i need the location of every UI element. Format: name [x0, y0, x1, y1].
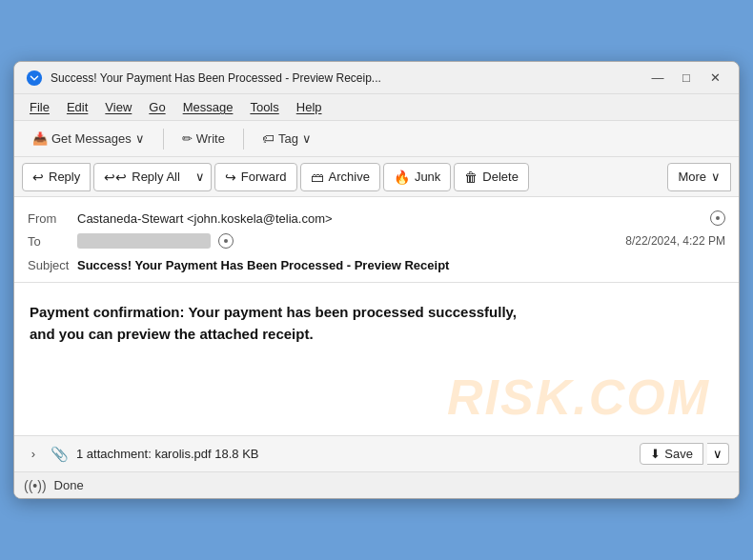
email-window: Success! Your Payment Has Been Processed… — [13, 61, 740, 499]
get-messages-icon: 📥 — [32, 131, 48, 146]
watermark: RISK.COM — [447, 369, 710, 426]
subject-label: Subject — [28, 258, 77, 272]
clip-icon: 📎 — [51, 446, 69, 463]
reply-all-label: Reply All — [132, 170, 180, 184]
save-icon: ⬇ — [650, 447, 661, 461]
action-bar: ↩ Reply ↩↩ Reply All ∨ ↪ Forward 🗃 Archi… — [14, 157, 739, 197]
menu-bar: File Edit View Go Message Tools Help — [14, 94, 739, 121]
reply-label: Reply — [49, 170, 80, 184]
reply-group: ↩ Reply — [22, 163, 91, 191]
attachment-expand-button[interactable]: › — [24, 447, 43, 461]
write-button[interactable]: ✏ Write — [172, 127, 235, 150]
from-value: Castaneda-Stewart <john.koskela@telia.co… — [77, 211, 704, 226]
archive-label: Archive — [329, 170, 370, 184]
subject-value: Success! Your Payment Has Been Processed… — [77, 258, 449, 272]
forward-button[interactable]: ↪ Forward — [214, 163, 297, 191]
attachment-bar: › 📎 1 attachment: karolis.pdf 18.8 KB ⬇ … — [14, 435, 739, 471]
junk-icon: 🔥 — [394, 170, 410, 185]
archive-button[interactable]: 🗃 Archive — [300, 163, 380, 191]
save-dropdown-button[interactable]: ∨ — [707, 443, 729, 465]
more-button[interactable]: More ∨ — [667, 163, 731, 191]
delete-label: Delete — [482, 170, 519, 184]
delete-icon: 🗑 — [464, 170, 478, 185]
tag-dropdown-icon: ∨ — [302, 131, 312, 146]
toolbar-divider-1 — [163, 129, 164, 150]
more-label: More — [678, 170, 706, 184]
tag-label: Tag — [278, 131, 298, 146]
toolbar-divider-2 — [243, 129, 244, 150]
tag-button[interactable]: 🏷 Tag ∨ — [252, 127, 322, 150]
write-icon: ✏ — [182, 131, 193, 146]
attachment-info: 1 attachment: karolis.pdf 18.8 KB — [76, 447, 632, 461]
get-messages-label: Get Messages — [51, 131, 132, 146]
email-date: 8/22/2024, 4:22 PM — [625, 234, 725, 248]
status-bar: ((•)) Done — [14, 471, 739, 498]
subject-field: Subject Success! Your Payment Has Been P… — [28, 252, 725, 274]
reply-all-group: ↩↩ Reply All ∨ — [93, 163, 212, 191]
menu-message[interactable]: Message — [175, 97, 241, 117]
from-privacy-icon — [710, 210, 725, 226]
to-label: To — [28, 234, 77, 249]
delete-button[interactable]: 🗑 Delete — [454, 163, 529, 191]
window-title: Success! Your Payment Has Been Processed… — [51, 71, 638, 85]
more-group: More ∨ — [667, 163, 731, 191]
from-label: From — [28, 211, 77, 226]
forward-label: Forward — [241, 170, 287, 184]
svg-point-0 — [27, 70, 42, 85]
save-button[interactable]: ⬇ Save — [640, 443, 703, 465]
tag-icon: 🏷 — [262, 131, 275, 146]
attachment-save-group: ⬇ Save ∨ — [640, 443, 729, 465]
reply-icon: ↩ — [32, 170, 44, 185]
title-bar: Success! Your Payment Has Been Processed… — [14, 62, 739, 94]
get-messages-dropdown-icon: ∨ — [135, 131, 145, 146]
minimize-button[interactable]: — — [645, 69, 670, 88]
from-name: Castaneda-Stewart — [77, 211, 183, 226]
to-privacy-icon — [218, 233, 234, 249]
menu-view[interactable]: View — [97, 97, 139, 117]
email-body: Payment confirmation: Your payment has b… — [14, 283, 739, 435]
app-icon — [26, 70, 43, 87]
maximize-button[interactable]: □ — [674, 69, 699, 88]
write-label: Write — [196, 131, 225, 146]
reply-all-button[interactable]: ↩↩ Reply All — [93, 163, 191, 191]
from-field: From Castaneda-Stewart <john.koskela@tel… — [28, 207, 725, 230]
menu-help[interactable]: Help — [289, 97, 330, 117]
menu-tools[interactable]: Tools — [242, 97, 286, 117]
forward-icon: ↪ — [225, 170, 236, 185]
email-body-text: Payment confirmation: Your payment has b… — [30, 302, 525, 345]
window-controls: — □ ✕ — [645, 69, 727, 88]
to-value-blurred — [77, 233, 211, 249]
archive-icon: 🗃 — [311, 170, 324, 185]
menu-go[interactable]: Go — [141, 97, 173, 117]
save-dropdown-icon: ∨ — [713, 447, 722, 461]
reply-button[interactable]: ↩ Reply — [22, 163, 91, 191]
reply-all-chevron-icon: ∨ — [195, 170, 205, 184]
close-button[interactable]: ✕ — [702, 69, 727, 88]
email-header: From Castaneda-Stewart <john.koskela@tel… — [14, 197, 739, 283]
to-field: To 8/22/2024, 4:22 PM — [28, 230, 725, 252]
get-messages-button[interactable]: 📥 Get Messages ∨ — [22, 127, 155, 150]
junk-label: Junk — [415, 170, 440, 184]
menu-edit[interactable]: Edit — [59, 97, 95, 117]
status-text: Done — [54, 478, 84, 492]
toolbar: 📥 Get Messages ∨ ✏ Write 🏷 Tag ∨ — [14, 121, 739, 157]
reply-all-icon: ↩↩ — [104, 170, 127, 185]
menu-file[interactable]: File — [22, 97, 57, 117]
junk-button[interactable]: 🔥 Junk — [383, 163, 451, 191]
save-label: Save — [664, 447, 693, 461]
from-email: <john.koskela@telia.com> — [187, 211, 333, 226]
reply-all-dropdown-button[interactable]: ∨ — [190, 163, 212, 191]
more-chevron-icon: ∨ — [711, 170, 721, 184]
status-signal-icon: ((•)) — [24, 478, 47, 493]
